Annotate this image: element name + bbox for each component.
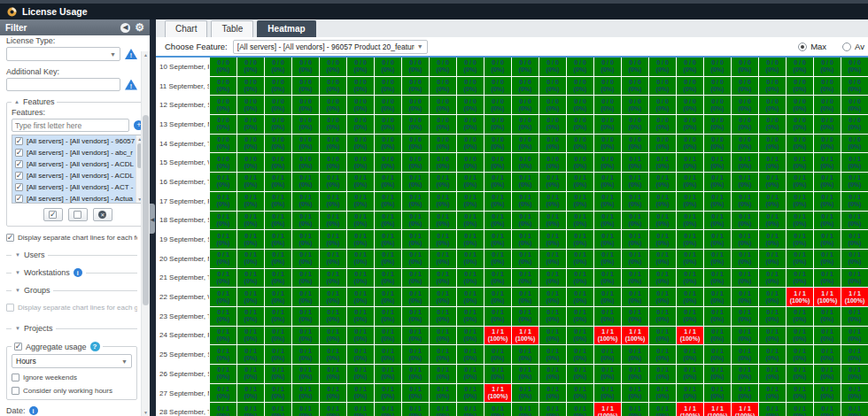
heatmap-cell[interactable]: 0 / 0(0%) (237, 96, 264, 114)
heatmap-cell[interactable]: 0 / 1(0%) (759, 365, 786, 383)
heatmap-cell[interactable]: 0 / 1(0%) (430, 307, 456, 326)
heatmap-cell[interactable]: 0 / 1(0%) (567, 365, 593, 383)
heatmap-cell[interactable]: 0 / 0(0%) (237, 135, 264, 153)
heatmap-cell[interactable]: 0 / 1(0%) (512, 230, 539, 249)
heatmap-cell[interactable]: 0 / 1(0%) (841, 153, 868, 172)
heatmap-cell[interactable]: 0 / 1(0%) (237, 250, 264, 268)
heatmap-cell[interactable]: 0 / 1(0%) (320, 307, 346, 326)
heatmap-cell[interactable]: 0 / 1(0%) (265, 403, 291, 416)
heatmap-cell[interactable]: 0 / 0(0%) (484, 77, 511, 96)
heatmap-cell[interactable]: 0 / 0(0%) (841, 115, 868, 134)
heatmap-cell[interactable]: 0 / 1(0%) (347, 212, 374, 230)
heatmap-cell[interactable]: 0 / 1(0%) (677, 269, 703, 288)
heatmap-cell[interactable]: 0 / 1(0%) (484, 288, 511, 306)
heatmap-cell[interactable]: 0 / 1(0%) (787, 327, 813, 345)
heatmap-cell[interactable]: 0 / 1(0%) (402, 403, 429, 416)
heatmap-cell[interactable]: 0 / 1(0%) (512, 288, 539, 306)
heatmap-cell[interactable]: 0 / 1(0%) (402, 250, 429, 268)
heatmap-cell[interactable]: 0 / 1(0%) (539, 192, 566, 211)
heatmap-cell[interactable]: 0 / 0(0%) (759, 96, 786, 114)
heatmap-cell[interactable]: 0 / 1(0%) (292, 365, 319, 383)
heatmap-cell[interactable]: 0 / 1(0%) (787, 212, 813, 230)
heatmap-cell[interactable]: 0 / 0(0%) (265, 58, 291, 76)
heatmap-cell[interactable]: 0 / 0(0%) (512, 77, 539, 96)
heatmap-cell[interactable]: 0 / 1(0%) (787, 173, 813, 191)
heatmap-cell[interactable]: 0 / 0(0%) (732, 77, 758, 96)
heatmap-cell[interactable]: 0 / 1(0%) (320, 345, 346, 364)
heatmap-cell[interactable]: 0 / 1(0%) (320, 212, 346, 230)
heatmap-cell[interactable]: 0 / 1(0%) (347, 250, 374, 268)
heatmap-cell[interactable]: 0 / 1(0%) (567, 192, 593, 211)
heatmap-cell[interactable]: 0 / 1(0%) (210, 403, 236, 416)
heatmap-cell[interactable]: 0 / 0(0%) (759, 77, 786, 96)
heatmap-cell[interactable]: 0 / 0(0%) (237, 153, 264, 172)
heatmap-cell[interactable]: 0 / 1(0%) (594, 192, 621, 211)
section-projects[interactable]: ▼ Projects (6, 324, 137, 333)
heatmap-cell[interactable]: 0 / 0(0%) (649, 115, 676, 134)
heatmap-cell[interactable]: 0 / 1(0%) (759, 212, 786, 230)
heatmap-cell[interactable]: 0 / 1(0%) (512, 345, 539, 364)
heatmap-cell[interactable]: 0 / 0(0%) (292, 115, 319, 134)
heatmap-cell[interactable]: 0 / 0(0%) (292, 58, 319, 76)
heatmap-cell[interactable]: 0 / 1(0%) (265, 250, 291, 268)
heatmap-cell[interactable]: 0 / 1(0%) (814, 230, 841, 249)
heatmap-cell[interactable]: 0 / 0(0%) (814, 58, 841, 76)
heatmap-cell[interactable]: 0 / 0(0%) (704, 58, 731, 76)
heatmap-cell[interactable]: 0 / 1(0%) (759, 288, 786, 306)
heatmap-cell[interactable]: 0 / 0(0%) (237, 115, 264, 134)
heatmap-cell[interactable]: 0 / 1(0%) (430, 192, 456, 211)
heatmap-cell[interactable]: 0 / 1(0%) (210, 288, 236, 306)
heatmap-cell[interactable]: 0 / 1(0%) (732, 345, 758, 364)
heatmap-cell[interactable]: 0 / 1(0%) (512, 403, 539, 416)
heatmap-cell[interactable]: 0 / 1(0%) (512, 269, 539, 288)
heatmap-cell[interactable]: 0 / 1(0%) (320, 173, 346, 191)
heatmap-cell[interactable]: 1 / 1(100%) (677, 403, 703, 416)
heatmap-cell[interactable]: 0 / 0(0%) (567, 135, 593, 153)
heatmap-cell[interactable]: 0 / 1(0%) (237, 307, 264, 326)
heatmap-cell[interactable]: 0 / 1(0%) (265, 288, 291, 306)
heatmap-cell[interactable]: 0 / 1(0%) (622, 230, 648, 249)
heatmap-cell[interactable]: 0 / 0(0%) (265, 135, 291, 153)
feature-filter-input[interactable] (12, 119, 129, 132)
heatmap-cell[interactable]: 0 / 1(0%) (457, 192, 484, 211)
heatmap-cell[interactable]: 0 / 1(0%) (732, 365, 758, 383)
select-none-button[interactable] (68, 208, 88, 221)
heatmap-cell[interactable]: 0 / 1(0%) (539, 230, 566, 249)
panel-collapse-handle[interactable]: ◀ (150, 204, 155, 234)
heatmap-cell[interactable]: 0 / 0(0%) (567, 58, 593, 76)
heatmap-cell[interactable]: 0 / 0(0%) (210, 58, 236, 76)
heatmap-cell[interactable]: 0 / 1(0%) (237, 230, 264, 249)
heatmap-cell[interactable]: 0 / 1(0%) (265, 230, 291, 249)
heatmap-cell[interactable]: 0 / 1(0%) (814, 403, 841, 416)
heatmap-cell[interactable]: 0 / 0(0%) (457, 135, 484, 153)
heatmap-cell[interactable]: 0 / 0(0%) (347, 58, 374, 76)
heatmap-cell[interactable]: 0 / 1(0%) (210, 345, 236, 364)
heatmap-cell[interactable]: 0 / 0(0%) (649, 58, 676, 76)
heatmap-cell[interactable]: 0 / 1(0%) (814, 327, 841, 345)
radio-max[interactable] (798, 42, 807, 51)
heatmap-cell[interactable]: 0 / 0(0%) (347, 115, 374, 134)
settings-gear-icon[interactable]: ⚙ (135, 22, 144, 33)
heatmap-cell[interactable]: 0 / 1(0%) (484, 250, 511, 268)
heatmap-cell[interactable]: 0 / 0(0%) (210, 77, 236, 96)
heatmap-cell[interactable]: 0 / 1(0%) (567, 345, 593, 364)
feature-select[interactable]: [All servers] - [All vendors] - 96057 Pr… (233, 40, 428, 54)
tab-heatmap[interactable]: Heatmap (257, 20, 315, 37)
heatmap-cell[interactable]: 0 / 1(0%) (649, 345, 676, 364)
heatmap-cell[interactable]: 0 / 0(0%) (484, 115, 511, 134)
heatmap-cell[interactable]: 0 / 1(0%) (622, 384, 648, 403)
heatmap-cell[interactable]: 0 / 1(0%) (375, 327, 401, 345)
heatmap-cell[interactable]: 1 / 1(100%) (594, 327, 621, 345)
heatmap-cell[interactable]: 1 / 1(100%) (704, 403, 731, 416)
heatmap-cell[interactable]: 0 / 1(0%) (759, 192, 786, 211)
heatmap-cell[interactable]: 0 / 1(0%) (841, 192, 868, 211)
additional-key-input[interactable] (6, 78, 120, 91)
heatmap-cell[interactable]: 0 / 1(0%) (512, 365, 539, 383)
heatmap-cell[interactable]: 0 / 1(0%) (237, 403, 264, 416)
heatmap-cell[interactable]: 0 / 0(0%) (732, 115, 758, 134)
heatmap-cell[interactable]: 0 / 1(0%) (539, 403, 566, 416)
heatmap-cell[interactable]: 0 / 1(0%) (649, 403, 676, 416)
heatmap-cell[interactable]: 0 / 1(0%) (787, 403, 813, 416)
heatmap-cell[interactable]: 0 / 1(0%) (402, 327, 429, 345)
heatmap-cell[interactable]: 0 / 1(0%) (787, 384, 813, 403)
